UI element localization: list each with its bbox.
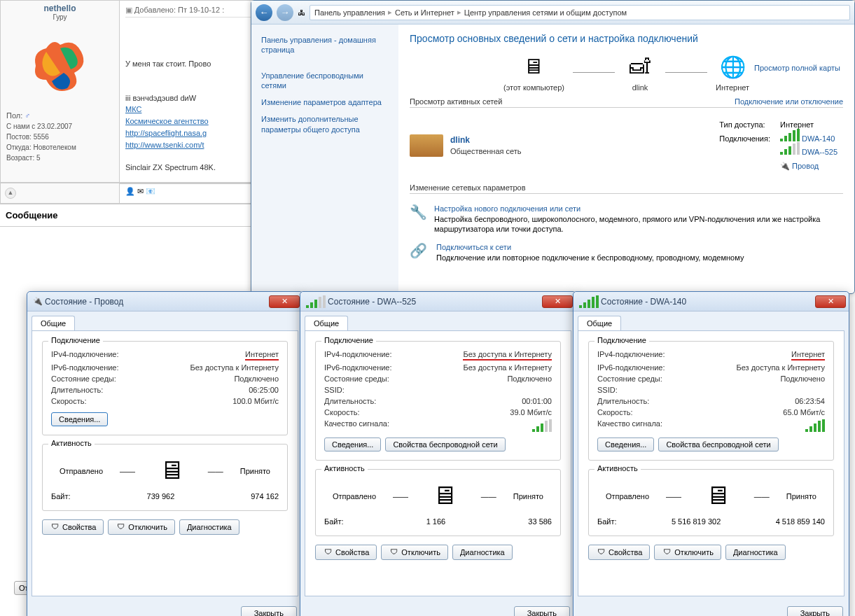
full-map-link[interactable]: Просмотр полной карты	[754, 64, 840, 72]
connections-label: Подключения:	[715, 133, 774, 146]
router-icon: 🛋	[623, 52, 657, 80]
activity-group: Активность	[595, 464, 641, 472]
network-center-window: ← → 🖧 Панель управления▸ Сеть и Интернет…	[251, 0, 855, 294]
speed-label: Скорость:	[597, 408, 633, 416]
link-tsenki[interactable]: http://www.tsenki.com/t	[125, 141, 204, 149]
avatar	[20, 25, 100, 106]
link-nasa[interactable]: http://spaceflight.nasa.g	[125, 129, 207, 137]
bytes-label: Байт:	[597, 517, 617, 526]
computer-icon: 🖥	[517, 52, 550, 80]
media-label: Состояние среды:	[51, 374, 116, 383]
close-button[interactable]	[269, 295, 300, 308]
details-button[interactable]: Сведения...	[597, 438, 654, 451]
media-value: Подключено	[234, 374, 279, 383]
diagnose-button[interactable]: Диагностика	[179, 519, 239, 535]
conn-toggle-link[interactable]: Подключение или отключение	[735, 97, 843, 106]
monitor-icon: 🖥	[152, 456, 191, 486]
ipv6-value: Без доступа к Интернету	[463, 363, 552, 372]
shield-icon	[50, 522, 60, 532]
sent-value: 739 962	[71, 492, 251, 500]
address-bar[interactable]: Панель управления▸ Сеть и Интернет▸ Цент…	[310, 5, 850, 20]
duration-value: 06:25:00	[249, 386, 279, 394]
diagnose-button[interactable]: Диагностика	[452, 545, 513, 560]
ipv4-label: IPv4-подключение:	[51, 350, 119, 360]
connect-icon: 🔗	[410, 242, 429, 259]
shield-icon	[596, 547, 606, 557]
access-type-value: Интернет	[776, 119, 842, 132]
ipv4-value: Без доступа к Интернету	[463, 350, 552, 360]
pm-icon[interactable]: ✉	[137, 187, 144, 195]
close-dialog-button[interactable]: Закрыть	[241, 606, 297, 616]
page-title: Просмотр основных сведений о сети и наст…	[410, 33, 843, 44]
shield-icon	[323, 547, 333, 557]
setup-link[interactable]: Настройка нового подключения или сети	[434, 204, 581, 213]
disconnect-button[interactable]: Отключить	[381, 545, 448, 560]
signal-bars	[805, 419, 825, 432]
close-dialog-button[interactable]: Закрыть	[514, 606, 570, 616]
wireless-props-button[interactable]: Свойства беспроводной сети	[385, 438, 505, 451]
back-button[interactable]: ←	[256, 4, 272, 21]
active-net-name[interactable]: dlink	[450, 135, 470, 145]
up-icon[interactable]: ▲	[5, 188, 16, 199]
sent-label: Отправлено	[606, 492, 649, 500]
ipv4-value: Интернет	[245, 350, 279, 360]
email-icon[interactable]: 📧	[146, 187, 155, 195]
conn-dwa525[interactable]: DWA--525	[802, 148, 837, 156]
duration-label: Длительность:	[51, 386, 103, 394]
connect-link[interactable]: Подключиться к сети	[436, 243, 511, 251]
signal-label: Качество сигнала:	[597, 419, 662, 432]
properties-button[interactable]: Свойства	[315, 545, 377, 560]
diagnose-button[interactable]: Диагностика	[725, 545, 786, 560]
sidebar-wireless[interactable]: Управление беспроводными сетями	[251, 67, 398, 94]
tab-general[interactable]: Общие	[32, 316, 75, 330]
signal-label: Качество сигнала:	[324, 419, 389, 432]
ipv4-value: Интернет	[791, 350, 825, 360]
disconnect-button[interactable]: Отключить	[108, 519, 175, 535]
shield-icon	[389, 547, 398, 557]
ssid-label: SSID:	[324, 386, 345, 394]
ipv6-label: IPv6-подключение:	[597, 363, 665, 372]
details-button[interactable]: Сведения...	[51, 412, 108, 426]
wifi-icon	[579, 295, 599, 308]
user-gender: Пол: ♂	[4, 110, 116, 121]
dlg3-title: Состояние - DWA-140	[601, 297, 815, 307]
media-label: Состояние среды:	[597, 374, 662, 383]
conn-wire[interactable]: Провод	[792, 162, 819, 170]
media-value: Подключено	[507, 374, 552, 383]
connect-desc: Подключение или повторное подключение к …	[436, 253, 744, 262]
profile-icon[interactable]: 👤	[125, 187, 135, 195]
status-dialog-wire: 🔌 Состояние - Провод Общие Подключение I…	[27, 291, 303, 616]
ipv6-value: Без доступа к Интернету	[190, 363, 279, 372]
conn-dwa140[interactable]: DWA-140	[802, 134, 835, 143]
sent-label: Отправлено	[333, 492, 376, 500]
setup-desc: Настройка беспроводного, широкополосного…	[434, 215, 820, 233]
details-button[interactable]: Сведения...	[324, 438, 381, 451]
wireless-props-button[interactable]: Свойства беспроводной сети	[658, 438, 778, 451]
sidebar-sharing[interactable]: Изменить дополнительные параметры общего…	[251, 111, 398, 138]
media-value: Подключено	[780, 374, 825, 383]
link-mks[interactable]: МКС	[125, 105, 141, 113]
properties-button[interactable]: Свойства	[588, 545, 650, 560]
ssid-label: SSID:	[597, 386, 618, 394]
setup-icon: 🔧	[410, 204, 427, 220]
username[interactable]: nethello	[4, 4, 116, 13]
tab-general[interactable]: Общие	[305, 316, 348, 330]
close-dialog-button[interactable]: Закрыть	[787, 606, 843, 616]
bench-icon	[410, 134, 443, 157]
user-posts: Постов: 5556	[4, 132, 116, 142]
disconnect-button[interactable]: Отключить	[654, 545, 721, 560]
activity-group: Активность	[48, 439, 95, 447]
link-agency[interactable]: Космическое агентство	[125, 117, 209, 125]
ipv4-label: IPv4-подключение:	[324, 350, 392, 360]
speed-value: 100.0 Мбит/с	[232, 397, 279, 405]
recv-label: Принято	[786, 492, 816, 500]
tab-general[interactable]: Общие	[578, 316, 621, 330]
close-button[interactable]	[542, 295, 573, 308]
dlg1-title: Состояние - Провод	[45, 297, 269, 307]
close-button[interactable]	[815, 295, 846, 308]
forward-button[interactable]: →	[277, 4, 293, 21]
properties-button[interactable]: Свойства	[42, 519, 104, 535]
wifi-icon	[306, 295, 326, 308]
sidebar-home[interactable]: Панель управления - домашняя страница	[251, 31, 398, 59]
sidebar-adapter[interactable]: Изменение параметров адаптера	[251, 94, 398, 111]
